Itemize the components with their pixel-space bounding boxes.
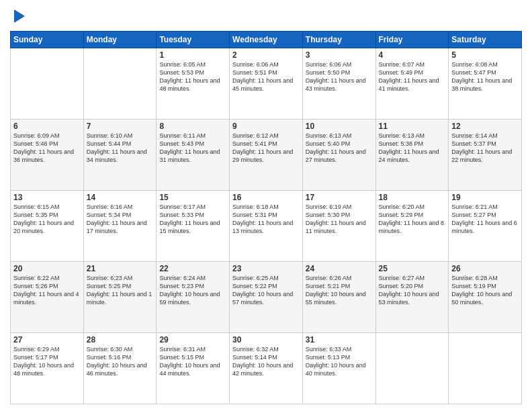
calendar-cell: 1Sunrise: 6:05 AM Sunset: 5:53 PM Daylig… [157, 48, 230, 120]
day-info: Sunrise: 6:16 AM Sunset: 5:34 PM Dayligh… [87, 203, 154, 236]
calendar-cell [83, 48, 157, 120]
day-number: 16 [232, 193, 300, 202]
day-info: Sunrise: 6:12 AM Sunset: 5:41 PM Dayligh… [232, 132, 300, 165]
day-info: Sunrise: 6:14 AM Sunset: 5:37 PM Dayligh… [451, 132, 519, 165]
svg-marker-0 [14, 9, 25, 23]
day-info: Sunrise: 6:29 AM Sunset: 5:17 PM Dayligh… [13, 345, 81, 378]
day-info: Sunrise: 6:26 AM Sunset: 5:21 PM Dayligh… [306, 274, 373, 307]
day-info: Sunrise: 6:30 AM Sunset: 5:16 PM Dayligh… [87, 345, 154, 378]
day-number: 12 [451, 122, 519, 131]
day-info: Sunrise: 6:17 AM Sunset: 5:33 PM Dayligh… [159, 203, 226, 236]
calendar-cell: 26Sunrise: 6:28 AM Sunset: 5:19 PM Dayli… [449, 262, 522, 333]
calendar-cell: 23Sunrise: 6:25 AM Sunset: 5:22 PM Dayli… [230, 262, 303, 333]
day-number: 31 [306, 335, 373, 345]
calendar-cell: 16Sunrise: 6:18 AM Sunset: 5:31 PM Dayli… [230, 191, 303, 262]
day-number: 24 [306, 264, 373, 273]
day-info: Sunrise: 6:28 AM Sunset: 5:19 PM Dayligh… [451, 274, 519, 307]
calendar-page: SundayMondayTuesdayWednesdayThursdayFrid… [0, 0, 532, 411]
day-number: 22 [159, 264, 226, 273]
day-info: Sunrise: 6:19 AM Sunset: 5:30 PM Dayligh… [306, 203, 373, 236]
day-info: Sunrise: 6:33 AM Sunset: 5:13 PM Dayligh… [306, 345, 373, 378]
calendar-cell: 22Sunrise: 6:24 AM Sunset: 5:23 PM Dayli… [157, 262, 230, 333]
day-number: 17 [306, 193, 373, 202]
weekday-header-wednesday: Wednesday [230, 32, 303, 48]
day-info: Sunrise: 6:22 AM Sunset: 5:26 PM Dayligh… [13, 274, 81, 307]
calendar-cell: 13Sunrise: 6:15 AM Sunset: 5:35 PM Dayli… [11, 191, 84, 262]
day-number: 25 [379, 264, 446, 273]
weekday-header-tuesday: Tuesday [157, 32, 230, 48]
calendar-cell: 27Sunrise: 6:29 AM Sunset: 5:17 PM Dayli… [11, 333, 84, 404]
calendar-table: SundayMondayTuesdayWednesdayThursdayFrid… [10, 31, 522, 404]
day-info: Sunrise: 6:25 AM Sunset: 5:22 PM Dayligh… [232, 274, 300, 307]
week-row-5: 27Sunrise: 6:29 AM Sunset: 5:17 PM Dayli… [11, 333, 522, 404]
day-number: 10 [306, 122, 373, 131]
day-info: Sunrise: 6:20 AM Sunset: 5:29 PM Dayligh… [379, 203, 446, 236]
logo-icon [11, 7, 28, 26]
day-number: 8 [159, 122, 226, 131]
day-number: 23 [232, 264, 300, 273]
calendar-cell: 21Sunrise: 6:23 AM Sunset: 5:25 PM Dayli… [83, 262, 157, 333]
day-info: Sunrise: 6:21 AM Sunset: 5:27 PM Dayligh… [451, 203, 519, 236]
day-info: Sunrise: 6:13 AM Sunset: 5:40 PM Dayligh… [306, 132, 373, 165]
weekday-header-saturday: Saturday [449, 32, 522, 48]
day-number: 3 [306, 50, 373, 60]
calendar-cell: 28Sunrise: 6:30 AM Sunset: 5:16 PM Dayli… [83, 333, 157, 404]
weekday-header-thursday: Thursday [302, 32, 375, 48]
day-info: Sunrise: 6:06 AM Sunset: 5:51 PM Dayligh… [232, 60, 300, 93]
calendar-cell [11, 48, 84, 120]
calendar-cell: 14Sunrise: 6:16 AM Sunset: 5:34 PM Dayli… [83, 191, 157, 262]
calendar-cell: 25Sunrise: 6:27 AM Sunset: 5:20 PM Dayli… [375, 262, 449, 333]
day-number: 19 [451, 193, 519, 202]
day-info: Sunrise: 6:32 AM Sunset: 5:14 PM Dayligh… [232, 345, 300, 378]
calendar-cell: 10Sunrise: 6:13 AM Sunset: 5:40 PM Dayli… [302, 120, 375, 191]
day-info: Sunrise: 6:18 AM Sunset: 5:31 PM Dayligh… [232, 203, 300, 236]
weekday-header-friday: Friday [375, 32, 449, 48]
day-number: 30 [232, 335, 300, 345]
calendar-cell: 31Sunrise: 6:33 AM Sunset: 5:13 PM Dayli… [302, 333, 375, 404]
calendar-cell: 15Sunrise: 6:17 AM Sunset: 5:33 PM Dayli… [157, 191, 230, 262]
calendar-cell: 9Sunrise: 6:12 AM Sunset: 5:41 PM Daylig… [230, 120, 303, 191]
calendar-cell: 2Sunrise: 6:06 AM Sunset: 5:51 PM Daylig… [230, 48, 303, 120]
day-info: Sunrise: 6:08 AM Sunset: 5:47 PM Dayligh… [451, 60, 519, 93]
day-number: 2 [232, 50, 300, 60]
weekday-header-sunday: Sunday [11, 32, 84, 48]
calendar-cell: 4Sunrise: 6:07 AM Sunset: 5:49 PM Daylig… [375, 48, 449, 120]
calendar-cell: 19Sunrise: 6:21 AM Sunset: 5:27 PM Dayli… [449, 191, 522, 262]
week-row-1: 1Sunrise: 6:05 AM Sunset: 5:53 PM Daylig… [11, 48, 522, 120]
day-number: 26 [451, 264, 519, 273]
logo [10, 7, 28, 26]
calendar-cell: 3Sunrise: 6:06 AM Sunset: 5:50 PM Daylig… [302, 48, 375, 120]
day-number: 21 [87, 264, 154, 273]
day-info: Sunrise: 6:05 AM Sunset: 5:53 PM Dayligh… [159, 60, 226, 93]
calendar-cell: 8Sunrise: 6:11 AM Sunset: 5:43 PM Daylig… [157, 120, 230, 191]
day-number: 13 [13, 193, 81, 202]
day-info: Sunrise: 6:07 AM Sunset: 5:49 PM Dayligh… [379, 60, 446, 93]
day-number: 4 [379, 50, 446, 60]
day-number: 14 [87, 193, 154, 202]
calendar-cell: 24Sunrise: 6:26 AM Sunset: 5:21 PM Dayli… [302, 262, 375, 333]
calendar-cell: 29Sunrise: 6:31 AM Sunset: 5:15 PM Dayli… [157, 333, 230, 404]
day-info: Sunrise: 6:06 AM Sunset: 5:50 PM Dayligh… [306, 60, 373, 93]
calendar-cell: 18Sunrise: 6:20 AM Sunset: 5:29 PM Dayli… [375, 191, 449, 262]
day-number: 18 [379, 193, 446, 202]
day-number: 20 [13, 264, 81, 273]
day-info: Sunrise: 6:23 AM Sunset: 5:25 PM Dayligh… [87, 274, 154, 307]
header [10, 7, 522, 26]
week-row-4: 20Sunrise: 6:22 AM Sunset: 5:26 PM Dayli… [11, 262, 522, 333]
day-info: Sunrise: 6:15 AM Sunset: 5:35 PM Dayligh… [13, 203, 81, 236]
day-number: 7 [87, 122, 154, 131]
day-number: 5 [451, 50, 519, 60]
day-info: Sunrise: 6:24 AM Sunset: 5:23 PM Dayligh… [159, 274, 226, 307]
calendar-cell [375, 333, 449, 404]
day-info: Sunrise: 6:09 AM Sunset: 5:46 PM Dayligh… [13, 132, 81, 165]
day-info: Sunrise: 6:31 AM Sunset: 5:15 PM Dayligh… [159, 345, 226, 378]
week-row-3: 13Sunrise: 6:15 AM Sunset: 5:35 PM Dayli… [11, 191, 522, 262]
calendar-cell: 17Sunrise: 6:19 AM Sunset: 5:30 PM Dayli… [302, 191, 375, 262]
day-number: 28 [87, 335, 154, 345]
day-number: 29 [159, 335, 226, 345]
calendar-cell: 20Sunrise: 6:22 AM Sunset: 5:26 PM Dayli… [11, 262, 84, 333]
calendar-cell: 6Sunrise: 6:09 AM Sunset: 5:46 PM Daylig… [11, 120, 84, 191]
week-row-2: 6Sunrise: 6:09 AM Sunset: 5:46 PM Daylig… [11, 120, 522, 191]
day-info: Sunrise: 6:13 AM Sunset: 5:38 PM Dayligh… [379, 132, 446, 165]
weekday-header-monday: Monday [83, 32, 157, 48]
